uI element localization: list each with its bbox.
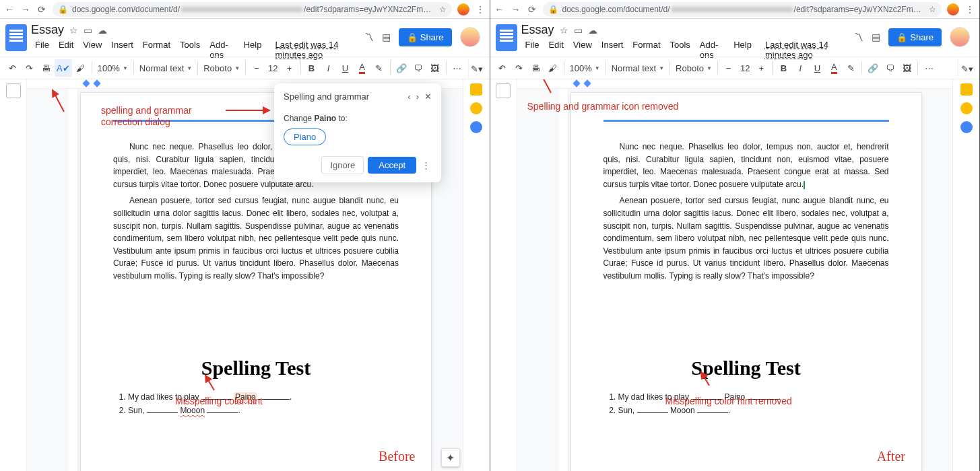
- word-paino[interactable]: Paino: [725, 392, 746, 402]
- redo-button[interactable]: ↷: [21, 59, 37, 77]
- calendar-icon[interactable]: [470, 83, 482, 96]
- doc-title[interactable]: Essay: [521, 23, 554, 37]
- tasks-icon[interactable]: [960, 121, 973, 133]
- font-select[interactable]: Roboto▼: [201, 59, 242, 77]
- image-button[interactable]: 🖼: [899, 59, 915, 77]
- word-mooon[interactable]: Mooon: [670, 406, 695, 415]
- spelling-list[interactable]: My dad likes to play Paino . Sun, Mooon …: [113, 390, 399, 418]
- paragraph-2[interactable]: Aenean posuere, tortor sed cursus feugia…: [113, 194, 399, 282]
- more-toolbar-button[interactable]: ⋯: [921, 59, 937, 77]
- style-select[interactable]: Normal text▼: [137, 59, 195, 77]
- url-bar[interactable]: 🔒 docs.google.com/document/d//edit?sdpar…: [543, 2, 942, 17]
- kebab-menu-icon[interactable]: ⋮: [965, 4, 975, 15]
- outline-toggle-icon[interactable]: [6, 83, 21, 98]
- undo-button[interactable]: ↶: [4, 59, 20, 77]
- doc-title[interactable]: Essay: [31, 23, 64, 37]
- undo-button[interactable]: ↶: [494, 59, 511, 77]
- kebab-menu-icon[interactable]: ⋮: [475, 4, 486, 15]
- style-select[interactable]: Normal text▼: [609, 59, 667, 77]
- star-doc-icon[interactable]: ☆: [69, 25, 78, 36]
- highlight-button[interactable]: ✎: [371, 59, 387, 77]
- font-decrease-button[interactable]: −: [249, 59, 265, 77]
- spelling-list[interactable]: My dad likes to play Paino . Sun, Mooon …: [603, 390, 889, 418]
- calendar-icon[interactable]: [960, 83, 973, 96]
- activity-icon[interactable]: 〽: [364, 32, 374, 42]
- font-size-input[interactable]: 12: [738, 59, 752, 77]
- paint-format-button[interactable]: 🖌: [545, 59, 561, 77]
- back-button[interactable]: ←: [4, 4, 15, 15]
- font-increase-button[interactable]: +: [282, 59, 298, 77]
- list-item-2[interactable]: Sun, Mooon .: [128, 404, 399, 417]
- back-button[interactable]: ←: [494, 4, 505, 15]
- paragraph-1[interactable]: Nunc nec neque. Phasellus leo dolor, tem…: [603, 141, 889, 190]
- star-doc-icon[interactable]: ☆: [560, 25, 568, 36]
- dialog-next-button[interactable]: ›: [416, 92, 419, 102]
- profile-avatar[interactable]: [947, 3, 959, 15]
- activity-icon[interactable]: 〽: [854, 32, 863, 42]
- editing-mode-button[interactable]: ✎▾: [958, 60, 975, 77]
- share-button[interactable]: 🔒Share: [399, 28, 452, 46]
- link-button[interactable]: 🔗: [865, 59, 881, 77]
- redo-button[interactable]: ↷: [511, 59, 527, 77]
- comments-icon[interactable]: ▤: [382, 32, 391, 42]
- move-icon[interactable]: ▭: [84, 25, 92, 36]
- paint-format-button[interactable]: 🖌: [73, 59, 89, 77]
- reload-button[interactable]: ⟳: [527, 4, 537, 15]
- dialog-prev-button[interactable]: ‹: [407, 92, 410, 102]
- cloud-status-icon[interactable]: ☁: [588, 25, 597, 36]
- url-bar[interactable]: 🔒 docs.google.com/document/d//edit?sdpar…: [53, 2, 452, 17]
- misspelled-word-paino[interactable]: Paino: [234, 392, 257, 402]
- doc-body[interactable]: Nunc nec neque. Phasellus leo dolor, tem…: [603, 141, 889, 283]
- font-select[interactable]: Roboto▼: [673, 59, 715, 77]
- font-size-input[interactable]: 12: [265, 59, 280, 77]
- profile-avatar[interactable]: [457, 3, 469, 15]
- forward-button[interactable]: →: [20, 4, 31, 15]
- text-color-button[interactable]: A: [826, 59, 842, 77]
- highlight-button[interactable]: ✎: [843, 59, 859, 77]
- account-avatar[interactable]: [460, 27, 480, 47]
- zoom-select[interactable]: 100%▼: [567, 59, 603, 77]
- comment-button[interactable]: 🗨: [410, 59, 426, 77]
- list-item-1[interactable]: My dad likes to play Paino .: [128, 390, 399, 404]
- more-toolbar-button[interactable]: ⋯: [449, 59, 465, 77]
- suggestion-chip[interactable]: Piano: [284, 129, 326, 145]
- outline-toggle-icon[interactable]: [496, 83, 511, 98]
- document-page[interactable]: Nunc nec neque. Phasellus leo dolor, tem…: [571, 93, 921, 471]
- vertical-ruler[interactable]: [69, 89, 78, 471]
- doc-heading[interactable]: Spelling Test: [113, 357, 399, 379]
- accept-button[interactable]: Accept: [368, 157, 416, 174]
- print-button[interactable]: 🖶: [528, 59, 544, 77]
- account-avatar[interactable]: [950, 27, 970, 47]
- horizontal-ruler[interactable]: [517, 79, 953, 89]
- text-color-button[interactable]: A: [354, 59, 370, 77]
- list-item-2[interactable]: Sun, Mooon .: [618, 404, 889, 417]
- italic-button[interactable]: I: [321, 59, 337, 77]
- link-button[interactable]: 🔗: [393, 59, 410, 77]
- bold-button[interactable]: B: [304, 59, 320, 77]
- font-decrease-button[interactable]: −: [721, 59, 737, 77]
- docs-logo-icon[interactable]: [5, 24, 27, 51]
- tasks-icon[interactable]: [470, 121, 482, 133]
- cloud-status-icon[interactable]: ☁: [98, 25, 107, 36]
- font-increase-button[interactable]: +: [753, 59, 769, 77]
- zoom-select[interactable]: 100%▼: [95, 59, 131, 77]
- ignore-button[interactable]: Ignore: [321, 156, 364, 174]
- keep-icon[interactable]: [470, 102, 482, 114]
- vertical-ruler[interactable]: [559, 89, 568, 471]
- bold-button[interactable]: B: [775, 59, 791, 77]
- spellcheck-button[interactable]: A✔: [55, 59, 72, 77]
- print-button[interactable]: 🖶: [38, 59, 54, 77]
- forward-button[interactable]: →: [511, 4, 521, 15]
- underline-button[interactable]: U: [337, 59, 354, 77]
- image-button[interactable]: 🖼: [427, 59, 443, 77]
- star-icon[interactable]: ☆: [929, 5, 936, 14]
- share-button[interactable]: 🔒Share: [888, 28, 942, 46]
- comments-icon[interactable]: ▤: [872, 32, 880, 42]
- list-item-1[interactable]: My dad likes to play Paino .: [618, 390, 889, 404]
- star-icon[interactable]: ☆: [439, 5, 447, 14]
- italic-button[interactable]: I: [792, 59, 808, 77]
- dialog-close-button[interactable]: ✕: [424, 92, 432, 102]
- dialog-more-icon[interactable]: ⋮: [420, 160, 432, 170]
- docs-logo-icon[interactable]: [496, 24, 517, 51]
- keep-icon[interactable]: [960, 102, 973, 114]
